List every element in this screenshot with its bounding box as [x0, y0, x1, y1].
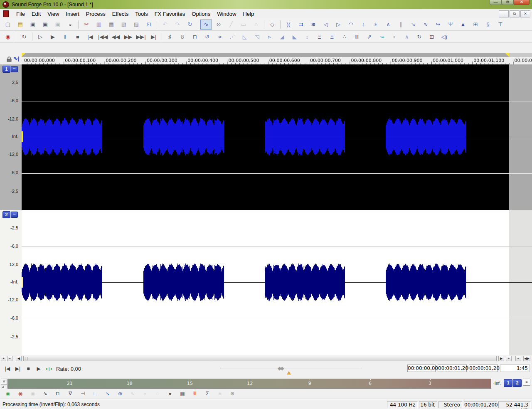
cut-button[interactable]: ✂: [81, 20, 92, 30]
menu-fx-favorites[interactable]: FX Favorites: [151, 10, 189, 18]
doc-restore-button[interactable]: ⧉: [510, 10, 520, 17]
chevron-peak-button[interactable]: ∧: [401, 32, 413, 42]
loop-region-bar[interactable]: [0, 53, 532, 57]
doc-minimize-button[interactable]: –: [499, 10, 509, 17]
wave-send-button[interactable]: ↝: [376, 32, 388, 42]
envelope-nodes-button[interactable]: ∴: [339, 32, 350, 42]
spectrum-bars-button[interactable]: Ⅲ: [351, 32, 363, 42]
channel-2-badge[interactable]: 2: [2, 211, 10, 218]
menu-window[interactable]: Window: [214, 10, 239, 18]
rewind-button[interactable]: ◀◀: [110, 32, 121, 42]
meter-resize-grip[interactable]: [1, 385, 4, 388]
midi-box-button[interactable]: ▦: [177, 389, 188, 398]
resample-button[interactable]: ≈: [214, 32, 226, 42]
edit-tool-mini-icon[interactable]: ∿|: [13, 55, 20, 62]
selection-right-button[interactable]: ▷: [332, 20, 344, 30]
wave-bend-button[interactable]: ∿: [420, 20, 431, 30]
lock-icon[interactable]: [7, 57, 12, 62]
rate-slider-track[interactable]: [220, 369, 362, 369]
meter-channel-1-button[interactable]: 1: [504, 379, 512, 387]
trim-crop-button[interactable]: ⊡: [143, 20, 155, 30]
menu-options[interactable]: Options: [188, 10, 214, 18]
render-as-button[interactable]: ◒: [64, 20, 76, 30]
paste-to-new-button[interactable]: ▨: [131, 20, 142, 30]
meter-channel-2-button[interactable]: 2: [513, 379, 522, 387]
paste-special-button[interactable]: ▧: [118, 20, 130, 30]
scrollbar-thumb[interactable]: [23, 356, 497, 361]
fade-out-button[interactable]: ◣: [289, 32, 300, 42]
channel-2-waveform[interactable]: [22, 210, 532, 355]
menu-effects[interactable]: Effects: [109, 10, 132, 18]
marker-insert-button[interactable]: ∿: [39, 389, 51, 398]
forward-marker-button[interactable]: ▶▶|: [135, 32, 147, 42]
envelope-points-button[interactable]: ∧: [382, 20, 394, 30]
stretch-vertical-button[interactable]: Ξ: [326, 32, 338, 42]
graphic-fade-button[interactable]: ◺: [239, 32, 251, 42]
region-edit-button[interactable]: ⊓: [52, 389, 64, 398]
open-file-button[interactable]: ▤: [15, 20, 26, 30]
menu-view[interactable]: View: [44, 10, 62, 18]
pause-button[interactable]: ‖: [59, 32, 71, 42]
timeline-ruler[interactable]: [22, 57, 532, 64]
loop-region[interactable]: [22, 53, 509, 57]
region-map-button[interactable]: ⊞: [470, 20, 481, 30]
selection-grid-button[interactable]: ▫: [389, 32, 400, 42]
record-button[interactable]: ◉: [2, 32, 14, 42]
graphic-eq-button[interactable]: ◹: [251, 32, 263, 42]
zoom-out-vertical-button[interactable]: −: [515, 356, 521, 361]
save-button[interactable]: ▣: [27, 20, 39, 30]
mix-paste-button[interactable]: ⊕: [114, 389, 126, 398]
play-go-end-button[interactable]: ▶|: [13, 364, 23, 373]
loop-tuner-button[interactable]: ≋: [308, 20, 319, 30]
gain-updown-button[interactable]: ↕: [301, 32, 313, 42]
selection-length-display[interactable]: 00:00:01,200: [469, 365, 498, 372]
title-bar[interactable]: Sound Forge Pro 10.0 - [Sound 1 *]: [0, 0, 532, 10]
speaker-convert-button[interactable]: ◁): [438, 32, 450, 42]
stop-button[interactable]: ■: [72, 32, 84, 42]
envelope-corner-button[interactable]: ∟: [89, 389, 101, 398]
new-file-button[interactable]: ▢: [2, 20, 14, 30]
repeat-button[interactable]: ↻: [184, 20, 196, 30]
edit-tool-button[interactable]: ∿: [200, 20, 212, 30]
play-button[interactable]: ▶: [47, 32, 59, 42]
crossfade-loop-button[interactable]: )(: [283, 20, 294, 30]
play-all-button[interactable]: ▷: [34, 32, 46, 42]
go-to-start-button[interactable]: |◀: [84, 32, 96, 42]
menu-help[interactable]: Help: [239, 10, 257, 18]
menu-insert[interactable]: Insert: [62, 10, 83, 18]
piano-keys-button[interactable]: Ⅲ: [189, 389, 201, 398]
bit-depth-8-button[interactable]: 8: [177, 32, 188, 42]
rotate-audio-button[interactable]: ↻: [414, 32, 425, 42]
noise-gate-button[interactable]: ⊣: [77, 389, 89, 398]
zoom-context-button[interactable]: ⊡: [426, 32, 438, 42]
paste-button[interactable]: ▦: [106, 20, 117, 30]
play-go-start-button[interactable]: |◀: [2, 364, 12, 373]
volume-envelope-button[interactable]: ⊓: [189, 32, 201, 42]
wave-insert-button[interactable]: ⇉: [295, 20, 307, 30]
convert-256-button[interactable]: Σ: [202, 389, 213, 398]
cd-burn-button[interactable]: ◉: [15, 389, 26, 398]
scroll-left-button[interactable]: ◀: [16, 356, 22, 361]
forward-button[interactable]: ▶▶: [122, 32, 134, 42]
pencil-edit-button[interactable]: ↘: [102, 389, 113, 398]
peak-meter[interactable]: 21181512963: [7, 379, 491, 389]
channel-1-minimize-button[interactable]: −: [11, 66, 18, 72]
play-cursor-button[interactable]: ▹: [264, 32, 276, 42]
selection-end-display[interactable]: 00:00:01,200: [438, 365, 467, 372]
wave-hammer-button[interactable]: ▲: [457, 20, 469, 30]
restore-button[interactable]: ⧉: [502, 0, 514, 5]
scroll-right-button[interactable]: ▶: [498, 356, 504, 361]
magnify-tool-button[interactable]: ⊙: [213, 20, 224, 30]
channel-1-badge[interactable]: 1: [2, 66, 10, 73]
send-arrows-button[interactable]: ↘: [407, 20, 419, 30]
channel-meter-button[interactable]: ♯: [164, 32, 176, 42]
plugin-fork-button[interactable]: Ψ: [445, 20, 456, 30]
loop-start-marker[interactable]: [22, 53, 25, 57]
fit-zoom-button[interactable]: ◀▶: [523, 356, 530, 361]
auto-trim-button[interactable]: ∇: [64, 389, 76, 398]
save-as-button[interactable]: ▣: [39, 20, 51, 30]
phase-scopes-button[interactable]: ∥: [395, 20, 406, 30]
pan-spin-button[interactable]: ↺: [202, 32, 213, 42]
disc-info-button[interactable]: ●: [164, 389, 176, 398]
menu-process[interactable]: Process: [83, 10, 109, 18]
